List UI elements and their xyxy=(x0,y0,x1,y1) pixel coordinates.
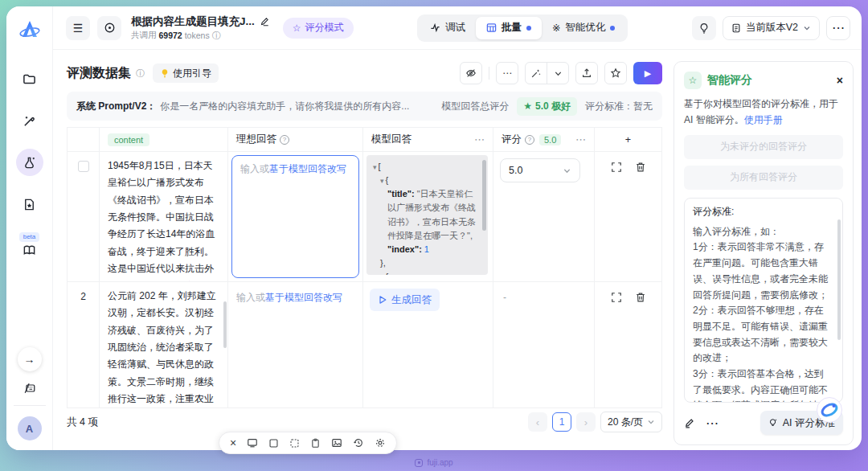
workspace: 评测数据集 ⓘ 使用引导 xyxy=(53,50,862,450)
tab-debug[interactable]: 调试 xyxy=(420,17,476,39)
row-checkbox[interactable] xyxy=(78,161,89,172)
content-cell[interactable]: 1945年8月15日，日本天皇裕仁以广播形式发布《终战诏书》，宣布日本无条件投降… xyxy=(100,152,228,281)
header-content[interactable]: content xyxy=(100,128,228,151)
magic-dropdown-button[interactable] xyxy=(547,63,568,84)
header-score[interactable]: 评分 ? 5.0 ⋯ xyxy=(493,128,595,151)
window-icon[interactable] xyxy=(268,438,279,448)
target-button[interactable] xyxy=(97,16,121,40)
idea-button[interactable] xyxy=(692,16,716,40)
hide-columns-button[interactable] xyxy=(460,62,482,84)
tab-batch[interactable]: 批量 xyxy=(476,17,542,39)
total-score-badge: ★ 5.0 极好 xyxy=(517,97,577,116)
more-options-button[interactable]: ⋯ xyxy=(826,16,850,40)
ellipsis-icon: ⋯ xyxy=(502,68,512,79)
panel-header: ☆ 智能评分 × xyxy=(684,72,843,89)
system-prompt-bar[interactable]: 系统 Prompt/V2： 你是一名严格的内容填充助手，请你将我提供的所有内容.… xyxy=(67,92,662,121)
scrollbar[interactable] xyxy=(482,160,486,231)
expand-icon[interactable] xyxy=(611,162,622,173)
rewrite-link[interactable]: 基于模型回答改写 xyxy=(265,292,342,303)
scrollbar[interactable] xyxy=(837,219,841,340)
model-answer-cell[interactable]: ▾[ ▾{ "title":"日本天皇裕仁以广播形式发布《终战诏书》，宣布日本无… xyxy=(363,152,493,281)
app-window: beta → A xyxy=(6,6,862,450)
upload-button[interactable] xyxy=(575,62,598,84)
run-button[interactable]: ▶ xyxy=(633,62,662,84)
score-cell[interactable]: - xyxy=(493,282,595,408)
sidebar-item-projects[interactable] xyxy=(16,65,43,92)
chevron-right-icon: › xyxy=(584,416,588,428)
collapse-arrow-button[interactable]: → xyxy=(18,347,42,371)
score-mode-badge[interactable]: ☆ 评分模式 xyxy=(283,18,354,39)
sidebar-item-tools[interactable] xyxy=(16,107,43,134)
table-row: 1945年8月15日，日本天皇裕仁以广播形式发布《终战诏书》，宣布日本无条件投降… xyxy=(68,152,661,282)
header-model-answer[interactable]: 模型回答 ⋯ xyxy=(363,128,493,151)
ideal-answer-input[interactable]: 输入或基于模型回答改写 xyxy=(228,282,362,313)
score-unscored-button[interactable]: 为未评分的回答评分 xyxy=(684,135,843,159)
criteria-title: 评分标准: xyxy=(693,205,833,219)
menu-icon: ☰ xyxy=(73,22,84,35)
panel-description: 基于你对模型回答的评分标准，用于 AI 智能评分。使用手册 xyxy=(684,96,843,129)
user-avatar[interactable]: A xyxy=(18,416,42,440)
assistant-floating-button[interactable] xyxy=(816,396,843,424)
project-title-block: 根据内容生成题目填充J... 共调用 69972 tokens ⓘ xyxy=(131,14,269,42)
current-page[interactable]: 1 xyxy=(552,412,571,432)
manual-link[interactable]: 使用手册 xyxy=(744,114,783,125)
score-cell: 5.0 xyxy=(493,152,595,281)
close-icon[interactable]: × xyxy=(837,75,843,86)
header-index xyxy=(68,128,100,151)
fuji-app-icon xyxy=(415,459,423,467)
mode-tabs: 调试 批量 ※ 智能优化 xyxy=(417,14,628,42)
header-ideal-answer[interactable]: 理想回答 ? xyxy=(228,128,363,151)
magic-wand-button[interactable] xyxy=(526,63,547,84)
row-select-cell[interactable]: 2 xyxy=(68,282,100,408)
criteria-editor[interactable]: 评分标准: 输入评分标准，如： 1分：表示回答非常不满意，存在严重问题。可能包含… xyxy=(684,198,843,403)
expand-icon[interactable] xyxy=(611,292,622,303)
score-select[interactable]: 5.0 xyxy=(500,158,580,182)
table-more-button[interactable]: ⋯ xyxy=(496,62,518,84)
settings-icon[interactable] xyxy=(375,437,386,448)
next-page-button[interactable]: › xyxy=(576,412,596,432)
edit-title-icon[interactable] xyxy=(260,17,269,27)
edit-criteria-icon[interactable] xyxy=(684,418,694,428)
history-icon[interactable] xyxy=(353,437,364,448)
trash-icon[interactable] xyxy=(635,292,646,303)
column-menu-icon[interactable]: ⋯ xyxy=(575,133,586,145)
column-menu-icon[interactable]: ⋯ xyxy=(474,133,485,145)
table-header-row: content 理想回答 ? 模型回答 ⋯ 评分 xyxy=(68,128,661,152)
json-viewer[interactable]: ▾[ ▾{ "title":"日本天皇裕仁以广播形式发布《终战诏书》，宣布日本无… xyxy=(366,155,488,275)
scrollbar[interactable] xyxy=(223,301,227,348)
favorite-button[interactable] xyxy=(604,62,627,84)
json-line: ▾{ xyxy=(373,174,478,187)
criteria-line: 2分：表示回答不够理想，存在明显不足。可能有错误、遗漏重要信息或表达不清晰，需要… xyxy=(693,303,833,367)
version-selector[interactable]: 当前版本V2 xyxy=(723,16,820,40)
more-icon[interactable]: ⋯ xyxy=(706,416,719,431)
file-star-icon xyxy=(23,198,36,211)
shortcuts-icon[interactable] xyxy=(23,382,36,395)
content-cell[interactable]: 公元前 202 年，刘邦建立汉朝，定都长安。汉初经济残破、百废待兴，为了巩固统治… xyxy=(100,282,228,408)
score-all-button[interactable]: 为所有回答评分 xyxy=(684,166,843,190)
generate-answer-button[interactable]: 生成回答 xyxy=(370,289,440,311)
usage-guide-button[interactable]: 使用引导 xyxy=(153,63,219,83)
close-icon[interactable]: × xyxy=(230,436,236,449)
ideal-answer-cell: 输入或基于模型回答改写 xyxy=(228,152,363,281)
screenshot-edit-icon[interactable] xyxy=(331,437,342,448)
criteria-line: 1分：表示回答非常不满意，存在严重问题。可能包含重大错误、误导性信息，或者完全未… xyxy=(693,240,833,303)
grid-icon xyxy=(486,23,497,33)
tab-optimize[interactable]: ※ 智能优化 xyxy=(542,17,625,39)
sidebar-item-docs[interactable]: beta xyxy=(19,232,40,257)
sidebar-item-evaluation[interactable] xyxy=(16,149,43,176)
project-title: 根据内容生成题目填充J... xyxy=(131,14,255,29)
ideal-answer-cell[interactable]: 输入或基于模型回答改写 xyxy=(228,282,363,408)
magic-wand-icon xyxy=(530,68,542,79)
page-size-select[interactable]: 20 条/页 xyxy=(600,412,662,432)
region-select-icon[interactable] xyxy=(289,438,300,448)
prev-page-button[interactable]: ‹ xyxy=(528,412,547,432)
app-logo-icon[interactable] xyxy=(17,17,43,43)
menu-button[interactable]: ☰ xyxy=(66,16,90,40)
clipboard-icon[interactable] xyxy=(310,438,321,448)
trash-icon[interactable] xyxy=(635,162,646,173)
sidebar-item-templates[interactable] xyxy=(16,190,43,218)
add-column-button[interactable]: + xyxy=(595,128,661,151)
ideal-answer-input[interactable]: 输入或基于模型回答改写 xyxy=(231,155,359,278)
rewrite-link[interactable]: 基于模型回答改写 xyxy=(269,163,346,174)
screen-icon[interactable] xyxy=(247,437,258,448)
